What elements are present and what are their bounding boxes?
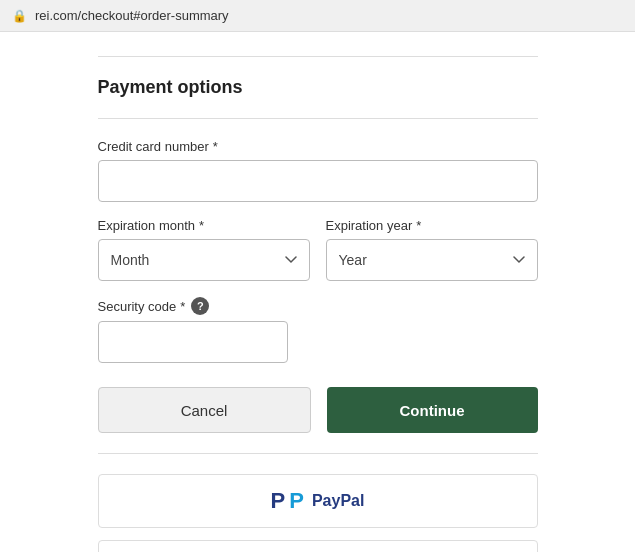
payment-title: Payment options	[98, 77, 538, 98]
expiry-row: Expiration month * Month 01 02 03 04 05 …	[98, 218, 538, 281]
security-code-required: *	[180, 299, 185, 314]
expiry-month-label: Expiration month *	[98, 218, 310, 233]
credit-card-label: Credit card number *	[98, 139, 538, 154]
security-code-input[interactable]	[98, 321, 288, 363]
credit-card-field-group: Credit card number *	[98, 139, 538, 202]
expiry-month-field: Expiration month * Month 01 02 03 04 05 …	[98, 218, 310, 281]
top-divider	[98, 56, 538, 57]
browser-bar: 🔒 rei.com/checkout#order-summary	[0, 0, 635, 32]
cancel-button[interactable]: Cancel	[98, 387, 311, 433]
security-code-label: Security code *	[98, 299, 186, 314]
mid-divider	[98, 118, 538, 119]
security-code-field-group: Security code * ?	[98, 297, 538, 363]
lock-icon: 🔒	[12, 9, 27, 23]
paypal-logo: PP PayPal	[271, 488, 365, 514]
expiry-year-select[interactable]: Year 2024 2025 2026 2027 2028 2029 2030 …	[326, 239, 538, 281]
paypal-label: PayPal	[312, 492, 364, 510]
security-code-help-icon[interactable]: ?	[191, 297, 209, 315]
paypal-logo-text: P	[271, 488, 286, 514]
continue-button[interactable]: Continue	[327, 387, 538, 433]
credit-card-required: *	[213, 139, 218, 154]
page-content: Payment options Credit card number * Exp…	[0, 32, 635, 552]
paypal-button[interactable]: PP PayPal	[98, 474, 538, 528]
expiry-year-field: Expiration year * Year 2024 2025 2026 20…	[326, 218, 538, 281]
alt-payments-divider	[98, 453, 538, 454]
credit-card-input[interactable]	[98, 160, 538, 202]
expiry-year-label: Expiration year *	[326, 218, 538, 233]
action-button-row: Cancel Continue	[98, 387, 538, 433]
expiry-month-select[interactable]: Month 01 02 03 04 05 06 07 08 09 10 11 1…	[98, 239, 310, 281]
expiry-month-required: *	[199, 218, 204, 233]
url-bar[interactable]: rei.com/checkout#order-summary	[35, 8, 229, 23]
security-code-label-row: Security code * ?	[98, 297, 538, 315]
expiry-year-required: *	[416, 218, 421, 233]
form-container: Payment options Credit card number * Exp…	[98, 56, 538, 552]
klarna-button[interactable]: Klarna.	[98, 540, 538, 552]
